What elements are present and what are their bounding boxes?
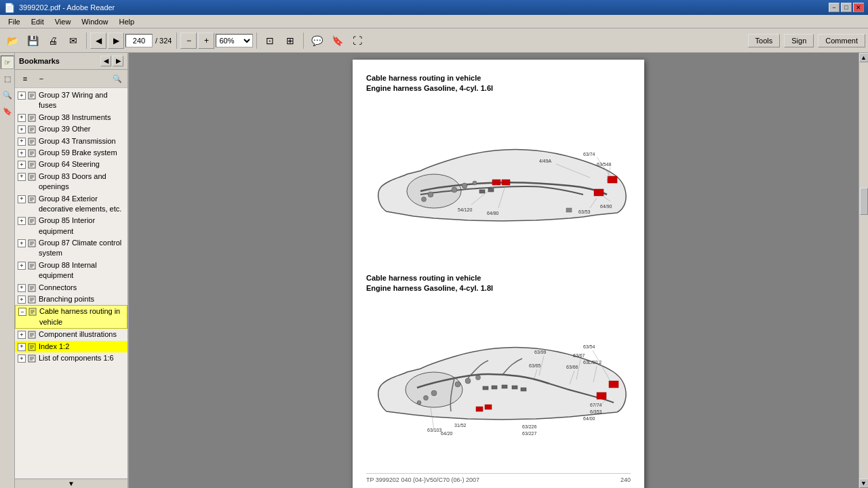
scrollbar[interactable]: ▲ ▼ (859, 53, 868, 488)
list-item[interactable]: + Branching points (15, 293, 127, 305)
list-item[interactable]: + Group 39 Other (15, 123, 127, 135)
fit-page-button[interactable]: ⊡ (260, 31, 279, 50)
bookmark-icon (27, 330, 37, 340)
expand-icon[interactable]: + (18, 284, 26, 292)
zoom-selector[interactable]: 60% 75% 100% 125% (216, 34, 253, 47)
svg-text:54/120: 54/120 (458, 207, 473, 212)
list-item[interactable]: + Group 85 Interior equipment (15, 215, 127, 237)
bookmarks-icon[interactable]: 🔖 (1, 104, 14, 118)
expand-icon[interactable]: + (18, 217, 26, 225)
fit-width-button[interactable]: ⊞ (281, 31, 300, 50)
scroll-up-button[interactable]: ▲ (859, 53, 869, 62)
comment-bubble-button[interactable]: 💬 (307, 31, 326, 50)
email-button[interactable]: ✉ (64, 31, 83, 50)
list-item-active[interactable]: − Cable harness routing in vehicle (15, 305, 127, 329)
list-item[interactable]: + Group 64 Steering (15, 159, 127, 170)
svg-text:6/353: 6/353 (590, 409, 602, 414)
expand-icon[interactable]: + (18, 125, 26, 134)
expand-icon[interactable]: + (18, 149, 26, 157)
list-item[interactable]: + List of components 1:6 (15, 352, 127, 364)
svg-point-91 (422, 197, 427, 201)
expand-icon[interactable]: + (18, 331, 26, 339)
expand-icon[interactable]: + (18, 195, 26, 203)
stamp-button[interactable]: 🔖 (328, 31, 347, 50)
scroll-down-button[interactable]: ▼ (859, 479, 869, 488)
svg-rect-96 (597, 392, 606, 399)
menu-edit[interactable]: Edit (26, 16, 50, 27)
save-button[interactable]: 💾 (23, 31, 42, 50)
svg-text:63/66: 63/66 (566, 365, 578, 369)
svg-text:67/74: 67/74 (590, 403, 602, 407)
menu-help[interactable]: Help (113, 16, 140, 27)
footer-page-num: 240 (620, 476, 631, 483)
list-item[interactable]: + Group 43 Transmission (15, 136, 127, 147)
list-item[interactable]: + Component illustrations (15, 329, 127, 340)
bookmark-label: Group 84 Exterior decorative elements, e… (39, 194, 125, 215)
tools-button[interactable]: Tools (748, 34, 781, 47)
bookmarks-search-button[interactable]: 🔍 (110, 71, 125, 86)
bookmark-label: Group 64 Steering (39, 159, 125, 169)
pdf-content-area[interactable]: ▲ ▼ Cable harness routing in vehicle Eng… (129, 53, 868, 488)
close-button[interactable]: ✕ (853, 3, 864, 12)
list-item[interactable]: + Group 37 Wiring and fuses (15, 89, 127, 112)
bookmark-icon (27, 295, 37, 304)
bookmarks-options-button[interactable]: ≡ (18, 71, 33, 86)
list-item[interactable]: + Group 59 Brake system (15, 147, 127, 159)
bookmarks-collapse-button[interactable]: − (34, 71, 49, 86)
bookmark-label: Group 39 Other (39, 124, 125, 134)
comment-button[interactable]: Comment (818, 34, 865, 47)
print-button[interactable]: 🖨 (43, 31, 62, 50)
svg-text:63/54: 63/54 (583, 344, 595, 349)
zoom-in-button[interactable]: + (198, 33, 214, 49)
expand-icon[interactable]: + (18, 262, 26, 270)
list-item[interactable]: + Group 88 Internal equipment (15, 260, 127, 282)
minimize-button[interactable]: − (829, 3, 840, 12)
expand-icon[interactable]: + (18, 114, 26, 122)
list-item[interactable]: + Index 1:2 (15, 341, 127, 352)
svg-text:64/90: 64/90 (600, 204, 612, 209)
zoom-out-button[interactable]: − (180, 33, 197, 49)
next-page-button[interactable]: ▶ (108, 33, 124, 49)
footer-text: TP 3999202 040 (04-)V50/C70 (06-) 2007 (366, 476, 479, 483)
left-panel: ☞ ⬚ 🔍 🔖 Bookmarks ◀ ▶ ≡ − 🔍 (0, 53, 129, 488)
bookmark-icon (27, 160, 37, 169)
menu-view[interactable]: View (50, 16, 77, 27)
svg-point-122 (455, 382, 460, 387)
list-item[interactable]: + Connectors (15, 282, 127, 293)
collapse-panel-button[interactable]: ◀ (100, 56, 111, 66)
select-tool-icon[interactable]: ⬚ (1, 72, 14, 85)
svg-rect-129 (492, 386, 497, 389)
maximize-button[interactable]: □ (841, 3, 852, 12)
menu-file[interactable]: File (3, 16, 26, 27)
scroll-down-button[interactable]: ▼ (15, 479, 127, 488)
list-item[interactable]: + Group 38 Instruments (15, 112, 127, 123)
expand-icon[interactable]: + (18, 161, 26, 169)
zoom-tool-icon[interactable]: 🔍 (1, 88, 14, 102)
sign-button[interactable]: Sign (784, 34, 814, 47)
expand-icon[interactable]: + (18, 343, 26, 351)
expand-icon[interactable]: + (18, 239, 26, 247)
bookmark-label: Index 1:2 (39, 342, 125, 352)
expand-icon[interactable]: + (18, 92, 26, 100)
list-item[interactable]: + Group 83 Doors and openings (15, 171, 127, 193)
expand-icon[interactable]: − (18, 308, 26, 316)
prev-page-button[interactable]: ◀ (90, 33, 106, 49)
expand-icon[interactable]: + (18, 138, 26, 146)
scroll-thumb[interactable] (860, 188, 868, 215)
open-button[interactable]: 📂 (3, 31, 22, 50)
list-item[interactable]: + Group 87 Climate control system (15, 237, 127, 260)
expand-panel-button[interactable]: ▶ (113, 56, 123, 66)
expand-icon[interactable]: + (18, 354, 26, 363)
fullscreen-button[interactable]: ⛶ (348, 31, 367, 50)
expand-icon[interactable]: + (18, 296, 26, 304)
svg-rect-92 (479, 190, 485, 193)
expand-icon[interactable]: + (18, 173, 26, 181)
menu-window[interactable]: Window (76, 16, 113, 27)
bookmark-label: Connectors (39, 283, 125, 293)
svg-rect-128 (483, 386, 488, 390)
bookmark-icon (27, 354, 37, 363)
list-item[interactable]: + Group 84 Exterior decorative elements,… (15, 193, 127, 216)
page-number-input[interactable]: 240 (125, 34, 153, 47)
bookmark-icon (27, 195, 37, 204)
hand-tool-icon[interactable]: ☞ (1, 56, 14, 69)
